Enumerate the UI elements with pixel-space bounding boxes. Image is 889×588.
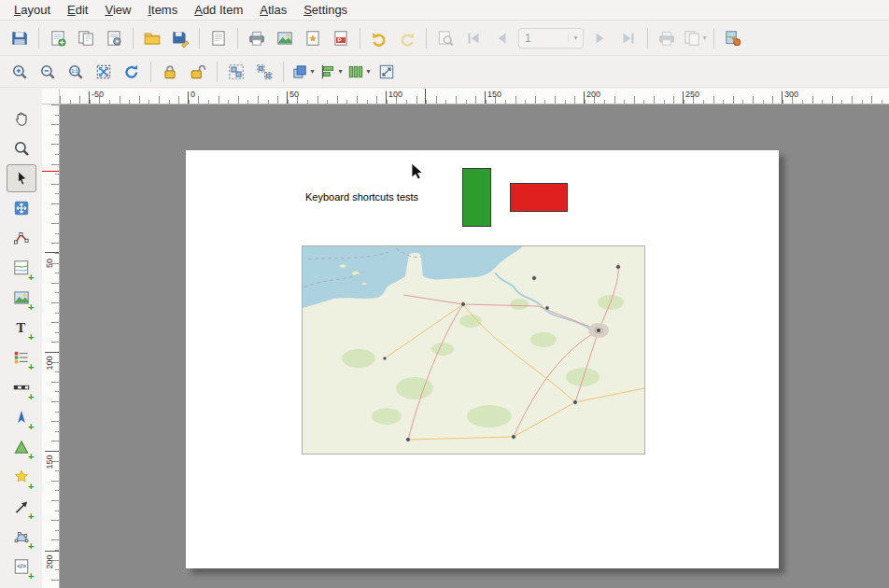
menu-layout[interactable]: Layout	[6, 1, 59, 19]
previous-feature-icon	[492, 29, 511, 48]
group-items-button[interactable]	[222, 59, 250, 85]
pan-tool-button[interactable]	[7, 105, 36, 133]
ruler-label: 0	[190, 90, 195, 99]
lock-items-button[interactable]	[156, 59, 184, 85]
image-icon	[275, 29, 294, 48]
distribute-items-button[interactable]: ▾	[345, 59, 373, 85]
add-pages-icon	[209, 29, 228, 48]
export-image-button[interactable]	[271, 25, 299, 51]
save-project-button[interactable]	[6, 25, 34, 51]
menu-atlas[interactable]: Atlas	[251, 1, 295, 19]
ruler-label: 100	[388, 90, 402, 99]
layout-manager-button[interactable]	[100, 25, 128, 51]
dropdown-caret-icon: ▾	[702, 34, 706, 42]
zoom-out-button[interactable]	[34, 59, 62, 85]
add-html-button[interactable]: </>+	[7, 553, 36, 581]
add-scalebar-button[interactable]: +	[7, 373, 36, 401]
magnifier-icon	[12, 139, 31, 158]
map-item[interactable]	[302, 245, 645, 455]
duplicate-layout-button[interactable]	[72, 25, 100, 51]
atlas-settings-button[interactable]	[719, 25, 747, 51]
menu-items[interactable]: Items	[139, 1, 186, 19]
add-picture-button[interactable]: +	[7, 284, 36, 312]
svg-text:</>: </>	[17, 563, 26, 569]
layout-canvas[interactable]: Keyboard shortcuts tests	[60, 105, 889, 588]
menu-settings[interactable]: Settings	[295, 1, 356, 19]
green-rectangle-item[interactable]	[462, 168, 491, 227]
ruler-tick	[683, 91, 684, 104]
add-arrow-button[interactable]: +	[7, 493, 36, 521]
duplicate-layout-icon	[77, 29, 95, 48]
layout-manager-icon	[105, 29, 123, 48]
save-icon	[10, 29, 29, 48]
raise-items-button[interactable]: ▾	[289, 59, 317, 85]
print-button[interactable]	[243, 25, 271, 51]
printer-icon	[247, 29, 266, 48]
edit-nodes-icon	[12, 229, 31, 247]
first-feature-icon	[464, 29, 483, 48]
unlock-all-button[interactable]	[184, 59, 212, 85]
separator	[360, 28, 360, 49]
select-move-item-tool-button[interactable]	[7, 164, 36, 192]
separator	[150, 62, 151, 82]
svg-text:T: T	[16, 320, 25, 335]
menu-add-item[interactable]: Add Item	[186, 1, 251, 19]
plus-badge-icon: +	[28, 571, 34, 581]
atlas-preview-button	[431, 25, 459, 51]
red-rectangle-item[interactable]	[510, 183, 568, 212]
zoom-actual-icon: 1:1	[66, 63, 85, 81]
plus-badge-icon: +	[28, 452, 34, 461]
ruler-label: -50	[92, 90, 104, 99]
zoom-full-button[interactable]	[90, 59, 118, 85]
new-layout-button[interactable]	[44, 25, 72, 51]
add-node-item-button[interactable]: +	[7, 523, 36, 551]
add-legend-button[interactable]: +	[7, 343, 36, 371]
atlas-previous-button	[487, 25, 515, 51]
ruler-tick	[584, 91, 585, 104]
vertical-ruler[interactable]: 50 100 150 200	[42, 105, 60, 588]
last-feature-icon	[619, 29, 638, 48]
hand-icon	[12, 109, 31, 128]
distribute-items-icon	[346, 63, 365, 81]
menu-bar: Layout Edit View Items Add Item Atlas Se…	[0, 0, 889, 21]
separator	[199, 28, 200, 49]
folder-icon	[143, 29, 162, 48]
add-shape-button[interactable]: +	[7, 433, 36, 461]
add-pages-button[interactable]	[205, 25, 233, 51]
ungroup-items-button[interactable]	[250, 59, 278, 85]
ruler-label: 100	[45, 351, 56, 375]
label-item[interactable]: Keyboard shortcuts tests	[305, 191, 418, 203]
zoom-actual-button[interactable]: 1:1	[62, 59, 90, 85]
ruler-label: 250	[685, 90, 699, 99]
add-north-arrow-button[interactable]: +	[7, 403, 36, 431]
horizontal-ruler[interactable]: -50 0 50 100 150 200 250 300	[60, 89, 889, 105]
menu-view[interactable]: View	[96, 1, 139, 19]
export-pdf-button[interactable]	[327, 25, 355, 51]
load-template-button[interactable]	[138, 25, 166, 51]
atlas-preview-icon	[436, 29, 455, 48]
separator	[217, 62, 218, 82]
ruler-label: 150	[487, 90, 501, 99]
ruler-corner	[42, 89, 60, 105]
add-marker-button[interactable]: +	[7, 463, 36, 491]
add-map-button[interactable]: +	[7, 254, 36, 282]
atlas-last-button	[614, 25, 642, 51]
align-items-button[interactable]: ▾	[317, 59, 345, 85]
separator	[713, 28, 714, 49]
ruler-label: 50	[289, 90, 299, 99]
move-item-content-tool-button[interactable]	[7, 194, 36, 222]
undo-button[interactable]	[365, 25, 393, 51]
ruler-tick	[386, 91, 387, 104]
edit-nodes-tool-button[interactable]	[7, 224, 36, 252]
layout-page[interactable]: Keyboard shortcuts tests	[186, 150, 779, 568]
save-as-template-button[interactable]	[166, 25, 194, 51]
zoom-in-button[interactable]	[6, 59, 34, 85]
separator	[283, 62, 284, 82]
menu-edit[interactable]: Edit	[59, 1, 96, 19]
resize-items-button[interactable]	[373, 59, 401, 85]
export-svg-button[interactable]	[299, 25, 327, 51]
add-label-button[interactable]: T+	[7, 314, 36, 342]
zoom-tool-button[interactable]	[7, 134, 36, 162]
move-content-icon	[12, 199, 31, 217]
refresh-button[interactable]	[118, 59, 146, 85]
